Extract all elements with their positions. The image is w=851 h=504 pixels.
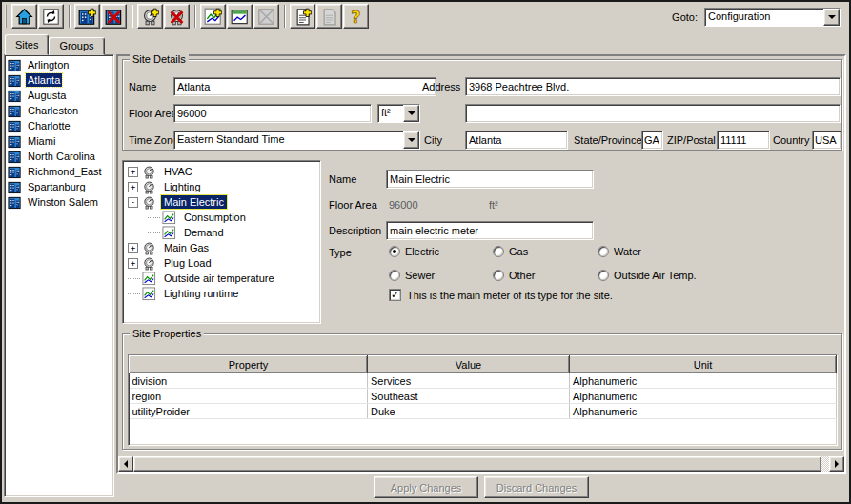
site-item-charlotte[interactable]: Charlotte (6, 118, 113, 133)
site-details-title: Site Details (130, 53, 189, 65)
type-radio-other[interactable]: Other (493, 263, 598, 287)
table-cell[interactable]: region (130, 389, 368, 404)
type-radio-outside-air-temp[interactable]: Outside Air Temp. (598, 263, 697, 287)
country-input[interactable] (812, 131, 841, 150)
discard-changes-button[interactable]: Discard Changes (484, 476, 589, 498)
tab-groups[interactable]: Groups (49, 37, 104, 55)
column-header-property[interactable]: Property (130, 356, 368, 373)
description-label: Description (329, 221, 381, 240)
tree-item-main-electric[interactable]: -Main Electric (123, 194, 320, 210)
tree-item-main-gas[interactable]: +Main Gas (123, 240, 320, 255)
column-header-unit[interactable]: Unit (570, 356, 837, 373)
expand-icon[interactable]: + (128, 243, 138, 253)
table-cell[interactable]: Alphanumeric (570, 404, 837, 419)
toolbar-add-meter-button[interactable] (137, 4, 163, 29)
scroll-right-button[interactable] (829, 456, 844, 472)
site-item-charleston[interactable]: Charleston (6, 103, 113, 118)
main-meter-checkbox[interactable]: ✓ (389, 289, 401, 301)
column-header-value[interactable]: Value (368, 356, 570, 373)
tree-item-demand[interactable]: Demand (123, 225, 320, 240)
site-item-miami[interactable]: Miami (6, 133, 113, 149)
tab-sites[interactable]: Sites (5, 34, 49, 55)
expand-icon[interactable]: + (128, 167, 138, 177)
goto-dropdown-button[interactable] (823, 9, 840, 26)
type-radio-gas[interactable]: Gas (493, 239, 598, 263)
address-line2-input[interactable] (465, 104, 841, 123)
toolbar-help-button[interactable]: ? (343, 4, 369, 29)
toolbar-home-button[interactable] (11, 4, 37, 29)
toolbar-delete-meter-button[interactable] (164, 4, 190, 29)
floor-area-input[interactable] (173, 104, 372, 123)
site-item-atlanta[interactable]: Atlanta (6, 72, 113, 88)
horizontal-scrollbar[interactable] (118, 456, 844, 472)
site-item-arlington[interactable]: Arlington (6, 57, 113, 72)
table-cell[interactable]: division (130, 373, 368, 389)
table-row: regionSoutheastAlphanumeric (130, 389, 837, 404)
site-name-input[interactable] (173, 77, 436, 96)
chart-view-disabled-icon (257, 8, 275, 26)
scroll-left-button[interactable] (118, 456, 133, 472)
type-radio-sewer[interactable]: Sewer (389, 263, 493, 287)
main-meter-checkbox-label: This is the main meter of its type for t… (407, 290, 613, 301)
goto-select[interactable]: Configuration (704, 8, 841, 27)
main-meter-checkbox-row[interactable]: ✓ This is the main meter of its type for… (389, 289, 613, 301)
floor-area-unit-value: ft² (378, 105, 403, 122)
tree-item-label: Lighting (161, 180, 204, 193)
site-item-label: Augusta (26, 89, 68, 102)
toolbar-chart-view-disabled-button[interactable] (253, 4, 279, 29)
toolbar: ? Goto: Configuration (2, 2, 849, 30)
apply-changes-button[interactable]: Apply Changes (374, 476, 478, 498)
toolbar-add-chart-button[interactable] (200, 4, 226, 29)
tree-item-lighting-runtime[interactable]: Lighting runtime (123, 286, 320, 301)
meter-name-input[interactable] (386, 170, 594, 189)
toolbar-add-site-button[interactable] (74, 4, 100, 29)
city-input[interactable] (465, 131, 568, 150)
toolbar-report-disabled-button[interactable] (316, 4, 342, 29)
tree-item-label: Consumption (181, 211, 249, 224)
add-site-icon (78, 8, 96, 26)
radio-icon (389, 270, 400, 281)
building-icon (8, 73, 22, 88)
table-cell[interactable]: Duke (368, 404, 570, 419)
tree-item-outside-air-temperature[interactable]: Outside air temperature (123, 271, 320, 286)
table-cell[interactable]: Southeast (368, 389, 570, 404)
scrollbar-thumb[interactable] (133, 456, 821, 472)
table-cell[interactable]: Alphanumeric (570, 373, 837, 389)
table-cell[interactable]: Services (368, 373, 570, 389)
table-cell[interactable]: Alphanumeric (570, 389, 837, 404)
site-item-spartanburg[interactable]: Spartanburg (6, 179, 113, 194)
site-item-augusta[interactable]: Augusta (6, 88, 113, 103)
site-item-richmond-east[interactable]: Richmond_East (6, 164, 113, 179)
toolbar-add-report-button[interactable] (290, 4, 315, 29)
toolbar-grip[interactable] (5, 5, 9, 28)
tree-item-hvac[interactable]: +HVAC (123, 164, 320, 179)
type-radio-water[interactable]: Water (598, 239, 697, 263)
toolbar-chart-view-button[interactable] (227, 4, 253, 29)
zip-input[interactable] (717, 131, 770, 150)
site-item-north-carolina[interactable]: North Carolina (6, 149, 113, 164)
expand-icon[interactable]: + (128, 182, 138, 192)
tree-item-consumption[interactable]: Consumption (123, 210, 320, 225)
toolbar-delete-site-button[interactable] (101, 4, 127, 29)
building-icon (8, 58, 22, 72)
add-meter-icon (141, 8, 159, 26)
expand-icon[interactable]: + (128, 258, 138, 269)
time-zone-dropdown-button[interactable] (403, 131, 419, 149)
tree-item-lighting[interactable]: +Lighting (123, 179, 320, 194)
type-radio-electric[interactable]: Electric (389, 239, 493, 263)
floor-area-unit-dropdown-button[interactable] (403, 105, 419, 122)
toolbar-refresh-button[interactable] (38, 4, 64, 29)
collapse-icon[interactable]: - (128, 197, 138, 208)
description-input[interactable] (386, 221, 594, 240)
content-panel: Site Details Name Address Floor Area ft²… (116, 54, 846, 474)
address-input[interactable] (465, 77, 841, 96)
state-input[interactable] (641, 131, 663, 150)
tree-item-plug-load[interactable]: +Plug Load (123, 255, 320, 271)
site-item-label: Miami (26, 134, 57, 148)
floor-area-unit-select[interactable]: ft² (377, 104, 420, 123)
time-zone-select[interactable]: Eastern Standard Time (173, 131, 420, 150)
chart-view-icon (231, 8, 249, 26)
site-item-winston-salem[interactable]: Winston Salem (6, 194, 113, 210)
table-cell[interactable]: utilityProider (130, 404, 368, 419)
meter-floor-area-label: Floor Area (329, 195, 377, 214)
